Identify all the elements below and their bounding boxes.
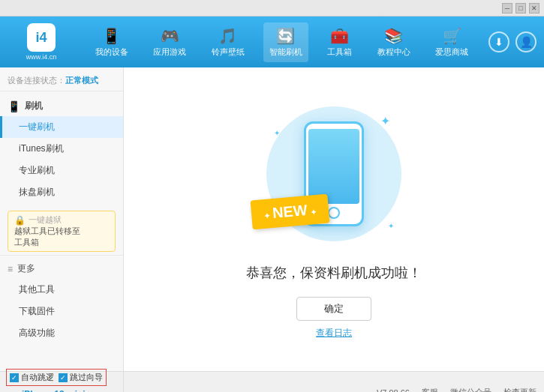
flash-section-icon: 📱 bbox=[8, 100, 20, 112]
nav-tutorial-label: 教程中心 bbox=[377, 46, 410, 58]
logo-text: i4 bbox=[35, 30, 47, 46]
confirm-button[interactable]: 确定 bbox=[296, 297, 371, 321]
smart-flash-icon: 🔄 bbox=[276, 27, 295, 45]
version-label: V7.98.66 bbox=[377, 388, 410, 393]
download-button[interactable]: ⬇ bbox=[488, 31, 509, 52]
flash-section-label: 刷机 bbox=[25, 100, 43, 112]
lock-icon: 🔒 bbox=[14, 215, 26, 226]
app-game-icon: 🎮 bbox=[161, 27, 179, 45]
device-status-bar: 设备连接状态：正常模式 bbox=[0, 70, 123, 91]
bottom-left-section: ✓ 自动跳逻 ✓ 跳过向导 📱 iPhone 12 mini 64GB Down… bbox=[0, 372, 124, 392]
sparkle-icon-3: ✦ bbox=[388, 222, 394, 230]
device-name: iPhone 12 mini bbox=[22, 389, 86, 392]
nav-smart-flash-label: 智能刷机 bbox=[269, 46, 302, 58]
nav-app-game-label: 应用游戏 bbox=[153, 46, 186, 58]
sparkle-icon-1: ✦ bbox=[380, 114, 390, 128]
sidebar-item-wipe-flash[interactable]: 抹盘刷机 bbox=[0, 181, 123, 203]
nav-bar: 📱 我的设备 🎮 应用游戏 🎵 铃声壁纸 🔄 智能刷机 🧰 工具箱 📚 教程中心… bbox=[75, 22, 488, 62]
sidebar: 设备连接状态：正常模式 📱 刷机 一键刷机 iTunes刷机 专业刷机 抹盘刷机… bbox=[0, 67, 124, 371]
nav-toolbox-label: 工具箱 bbox=[327, 46, 352, 58]
sidebar-item-advanced[interactable]: 高级功能 bbox=[0, 322, 123, 344]
sidebar-item-download-firmware[interactable]: 下载固件 bbox=[0, 301, 123, 322]
skip-wizard-check-icon: ✓ bbox=[59, 373, 68, 382]
logo: i4 www.i4.cn bbox=[8, 23, 75, 61]
nav-my-device-label: 我的设备 bbox=[95, 46, 128, 58]
wechat-link[interactable]: 微信公众号 bbox=[450, 387, 491, 392]
ringtone-icon: 🎵 bbox=[218, 27, 237, 45]
bottom-bar: ✓ 自动跳逻 ✓ 跳过向导 📱 iPhone 12 mini 64GB Down… bbox=[0, 371, 544, 392]
toolbox-icon: 🧰 bbox=[330, 27, 349, 45]
jailbreak-label: 一键越狱 bbox=[29, 214, 62, 226]
auto-jump-checkbox[interactable]: ✓ 自动跳逻 bbox=[10, 372, 54, 383]
jailbreak-notice: 🔒 一键越狱 越狱工具已转移至工具箱 bbox=[8, 211, 116, 252]
header-right: ⬇ 👤 bbox=[488, 31, 536, 52]
auto-jump-check-icon: ✓ bbox=[10, 373, 19, 382]
check-update-link[interactable]: 检查更新 bbox=[503, 387, 536, 392]
close-button[interactable]: ✕ bbox=[529, 3, 539, 13]
tutorial-icon: 📚 bbox=[384, 27, 403, 45]
nav-shop-label: 爱思商城 bbox=[435, 46, 468, 58]
user-button[interactable]: 👤 bbox=[515, 31, 536, 52]
flash-section: 📱 刷机 一键刷机 iTunes刷机 专业刷机 抹盘刷机 bbox=[0, 91, 123, 208]
content-area: NEW ✦ ✦ ✦ 恭喜您，保资料刷机成功啦！ 确定 查看日志 bbox=[124, 67, 544, 371]
maximize-button[interactable]: □ bbox=[515, 3, 526, 13]
nav-shop[interactable]: 🛒 爱思商城 bbox=[429, 22, 474, 62]
nav-tutorial[interactable]: 📚 教程中心 bbox=[371, 22, 416, 62]
nav-app-game[interactable]: 🎮 应用游戏 bbox=[147, 22, 192, 62]
title-bar: ─ □ ✕ bbox=[0, 0, 544, 16]
logo-url: www.i4.cn bbox=[26, 53, 57, 61]
nav-ringtone-label: 铃声壁纸 bbox=[212, 46, 245, 58]
view-log-link[interactable]: 查看日志 bbox=[316, 327, 352, 340]
sidebar-item-pro-flash[interactable]: 专业刷机 bbox=[0, 160, 123, 181]
sidebar-item-one-click-flash[interactable]: 一键刷机 bbox=[0, 116, 123, 138]
status-label: 设备连接状态： bbox=[8, 76, 65, 85]
nav-ringtone[interactable]: 🎵 铃声壁纸 bbox=[206, 22, 251, 62]
main-area: 设备连接状态：正常模式 📱 刷机 一键刷机 iTunes刷机 专业刷机 抹盘刷机… bbox=[0, 67, 544, 371]
more-icon: ≡ bbox=[8, 264, 13, 274]
nav-smart-flash[interactable]: 🔄 智能刷机 bbox=[263, 22, 308, 62]
more-section-header: ≡ 更多 bbox=[0, 259, 123, 279]
sidebar-item-itunes-flash[interactable]: iTunes刷机 bbox=[0, 138, 123, 160]
nav-toolbox[interactable]: 🧰 工具箱 bbox=[321, 22, 358, 62]
jailbreak-notice-text: 越狱工具已转移至工具箱 bbox=[14, 226, 109, 248]
status-value: 正常模式 bbox=[65, 76, 98, 85]
bottom-right-section: V7.98.66 客服 微信公众号 检查更新 bbox=[369, 372, 544, 392]
skip-wizard-checkbox[interactable]: ✓ 跳过向导 bbox=[59, 372, 103, 383]
auto-jump-label: 自动跳逻 bbox=[21, 372, 54, 383]
logo-icon: i4 bbox=[27, 23, 56, 52]
skip-wizard-label: 跳过向导 bbox=[70, 372, 103, 383]
bottom-mid-section: 阻止iTunes运行 bbox=[124, 372, 369, 392]
sparkle-icon-2: ✦ bbox=[274, 129, 280, 137]
phone-home-button bbox=[328, 207, 340, 219]
phone-screen bbox=[308, 129, 359, 204]
window-controls[interactable]: ─ □ ✕ bbox=[502, 3, 539, 13]
my-device-icon: 📱 bbox=[102, 27, 121, 45]
header: i4 www.i4.cn 📱 我的设备 🎮 应用游戏 🎵 铃声壁纸 🔄 智能刷机… bbox=[0, 16, 544, 67]
sidebar-divider bbox=[0, 255, 123, 256]
nav-my-device[interactable]: 📱 我的设备 bbox=[89, 22, 134, 62]
sidebar-item-other-tools[interactable]: 其他工具 bbox=[0, 279, 123, 301]
customer-service-link[interactable]: 客服 bbox=[422, 387, 438, 392]
flash-section-header: 📱 刷机 bbox=[0, 96, 123, 116]
success-illustration: NEW ✦ ✦ ✦ bbox=[259, 99, 409, 249]
minimize-button[interactable]: ─ bbox=[502, 3, 512, 13]
success-title: 恭喜您，保资料刷机成功啦！ bbox=[246, 264, 422, 282]
more-label: 更多 bbox=[17, 262, 35, 275]
shop-icon: 🛒 bbox=[443, 27, 461, 45]
